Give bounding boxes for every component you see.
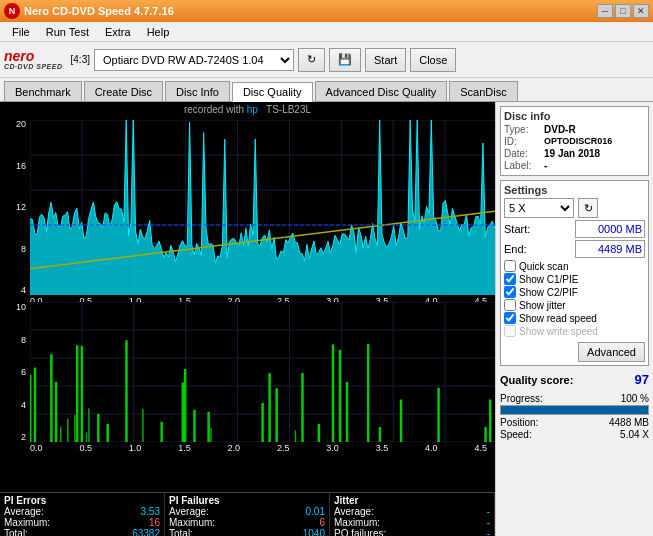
start-field-label: Start:: [504, 223, 530, 235]
y-top-12: 12: [16, 203, 26, 212]
menu-help[interactable]: Help: [139, 24, 178, 40]
tab-benchmark[interactable]: Benchmark: [4, 81, 82, 101]
tab-scan-disc[interactable]: ScanDisc: [449, 81, 517, 101]
window-title: Nero CD-DVD Speed 4.7.7.16: [24, 5, 174, 17]
start-field-row: Start:: [504, 220, 645, 238]
xb-3.0: 3.0: [326, 443, 339, 453]
end-field[interactable]: [575, 240, 645, 258]
close-disc-label: Close: [419, 54, 447, 66]
drive-select[interactable]: Optiarc DVD RW AD-7240S 1.04: [94, 49, 294, 71]
chart-header: recorded with hp TS-LB23L: [0, 104, 495, 115]
menu-run-test[interactable]: Run Test: [38, 24, 97, 40]
xb-4.0: 4.0: [425, 443, 438, 453]
cb-c1-pie: Show C1/PIE: [504, 273, 645, 285]
tab-disc-quality[interactable]: Disc Quality: [232, 82, 313, 102]
j-max-val: -: [487, 517, 490, 528]
refresh-button[interactable]: ↻: [298, 48, 325, 72]
chart-area: recorded with hp TS-LB23L 20 16 12 8 4 1…: [0, 102, 495, 536]
speed-label: Speed:: [500, 429, 532, 440]
position-label: Position:: [500, 417, 538, 428]
disc-type-label: Type:: [504, 124, 544, 135]
cb-c1-pie-input[interactable]: [504, 273, 516, 285]
cb-jitter-label: Show jitter: [519, 300, 566, 311]
tab-create-disc[interactable]: Create Disc: [84, 81, 163, 101]
close-button[interactable]: ✕: [633, 4, 649, 18]
y-top-20: 20: [16, 120, 26, 129]
avg-val: 3.53: [141, 506, 160, 517]
maximize-button[interactable]: □: [615, 4, 631, 18]
start-field[interactable]: [575, 220, 645, 238]
xb-2.5: 2.5: [277, 443, 290, 453]
j-avg-label: Average:: [334, 506, 374, 517]
y-axis-top: 20 16 12 8 4: [0, 120, 28, 295]
speed-select[interactable]: 5 X: [504, 198, 574, 218]
disc-info-section: Disc info Type: DVD-R ID: OPTODISCR016 D…: [500, 106, 649, 176]
menu-file[interactable]: File: [4, 24, 38, 40]
minimize-button[interactable]: ─: [597, 4, 613, 18]
title-bar: N Nero CD-DVD Speed 4.7.7.16 ─ □ ✕: [0, 0, 653, 22]
stats-pi-failures-max: Maximum: 6: [169, 517, 325, 528]
xb-2.0: 2.0: [228, 443, 241, 453]
title-bar-controls[interactable]: ─ □ ✕: [597, 4, 649, 18]
disc-id-label: ID:: [504, 136, 544, 147]
cb-quick-scan-input[interactable]: [504, 260, 516, 272]
tab-advanced-disc-quality[interactable]: Advanced Disc Quality: [315, 81, 448, 101]
refresh-icon: ↻: [307, 53, 316, 66]
y-bot-10: 10: [16, 302, 26, 312]
stats-pi-failures-avg: Average: 0.01: [169, 506, 325, 517]
advanced-button[interactable]: Advanced: [578, 342, 645, 362]
cb-c2-pif: Show C2/PIF: [504, 286, 645, 298]
pi-failures-header: PI Failures: [169, 495, 220, 506]
speed-val: 5.04 X: [620, 429, 649, 440]
cb-c1-pie-label: Show C1/PIE: [519, 274, 578, 285]
toolbar: nero CD·DVD SPEED [4:3] Optiarc DVD RW A…: [0, 42, 653, 78]
xb-3.5: 3.5: [376, 443, 389, 453]
cb-write-speed-input[interactable]: [504, 325, 516, 337]
save-button[interactable]: 💾: [329, 48, 361, 72]
progress-label: Progress:: [500, 393, 543, 404]
cb-c2-pif-input[interactable]: [504, 286, 516, 298]
y-axis-bottom: 10 8 6 4 2: [0, 302, 28, 442]
pif-max-label: Maximum:: [169, 517, 215, 528]
avg-label: Average:: [4, 506, 44, 517]
close-disc-button[interactable]: Close: [410, 48, 456, 72]
y-top-16: 16: [16, 162, 26, 171]
stats-pi-errors-header: PI Errors: [4, 495, 160, 506]
stats-pi-errors-avg: Average: 3.53: [4, 506, 160, 517]
progress-section: Progress: 100 % Position: 4488 MB Speed:…: [500, 393, 649, 441]
pif-total-val: 1040: [303, 528, 325, 536]
cb-read-speed-input[interactable]: [504, 312, 516, 324]
right-panel: Disc info Type: DVD-R ID: OPTODISCR016 D…: [495, 102, 653, 536]
j-avg-val: -: [487, 506, 490, 517]
xb-1.5: 1.5: [178, 443, 191, 453]
settings-title: Settings: [504, 184, 645, 196]
bottom-chart: [30, 302, 487, 442]
pif-max-val: 6: [319, 517, 325, 528]
cb-quick-scan: Quick scan: [504, 260, 645, 272]
position-row: Position: 4488 MB: [500, 417, 649, 428]
end-field-row: End:: [504, 240, 645, 258]
stats-jitter: Jitter Average: - Maximum: - PO failures…: [330, 493, 495, 536]
quality-score-row: Quality score: 97: [500, 370, 649, 389]
position-val: 4488 MB: [609, 417, 649, 428]
menu-extra[interactable]: Extra: [97, 24, 139, 40]
quality-score-val: 97: [635, 372, 649, 387]
disc-date-row: Date: 19 Jan 2018: [504, 148, 645, 159]
pif-total-label: Total:: [169, 528, 193, 536]
tab-disc-info[interactable]: Disc Info: [165, 81, 230, 101]
cb-c2-pif-label: Show C2/PIF: [519, 287, 578, 298]
stats-jitter-max: Maximum: -: [334, 517, 490, 528]
max-val: 16: [149, 517, 160, 528]
disc-id-val: OPTODISCR016: [544, 136, 612, 147]
quality-score-label: Quality score:: [500, 374, 573, 386]
stats-jitter-avg: Average: -: [334, 506, 490, 517]
refresh-settings-button[interactable]: ↻: [578, 198, 598, 218]
speed-row-2: Speed: 5.04 X: [500, 429, 649, 440]
jitter-header: Jitter: [334, 495, 358, 506]
start-button[interactable]: Start: [365, 48, 406, 72]
tab-bar: Benchmark Create Disc Disc Info Disc Qua…: [0, 78, 653, 102]
pif-avg-label: Average:: [169, 506, 209, 517]
cb-jitter-input[interactable]: [504, 299, 516, 311]
title-bar-left: N Nero CD-DVD Speed 4.7.7.16: [4, 3, 174, 19]
disc-id-row: ID: OPTODISCR016: [504, 136, 645, 147]
